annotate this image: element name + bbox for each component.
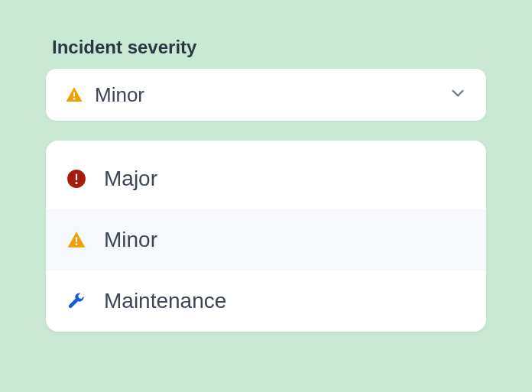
svg-point-6 <box>76 243 78 245</box>
field-label: Incident severity <box>52 37 486 58</box>
option-label: Maintenance <box>104 289 226 313</box>
option-label: Minor <box>104 228 157 252</box>
svg-rect-5 <box>76 237 77 242</box>
warning-triangle-icon <box>66 229 87 251</box>
svg-rect-3 <box>76 174 77 181</box>
option-major[interactable]: Major <box>46 148 486 209</box>
severity-dropdown: Major Minor Maintenance <box>46 141 486 332</box>
chevron-down-icon <box>448 83 468 106</box>
svg-point-1 <box>73 98 76 100</box>
warning-triangle-icon <box>64 85 84 105</box>
svg-point-4 <box>75 182 77 184</box>
option-maintenance[interactable]: Maintenance <box>46 271 486 332</box>
selected-value: Minor <box>95 83 448 107</box>
option-label: Major <box>104 167 157 191</box>
severity-select[interactable]: Minor <box>46 69 486 121</box>
svg-rect-0 <box>73 92 75 97</box>
option-minor[interactable]: Minor <box>46 209 486 271</box>
wrench-icon <box>66 290 87 312</box>
error-circle-icon <box>66 168 87 190</box>
